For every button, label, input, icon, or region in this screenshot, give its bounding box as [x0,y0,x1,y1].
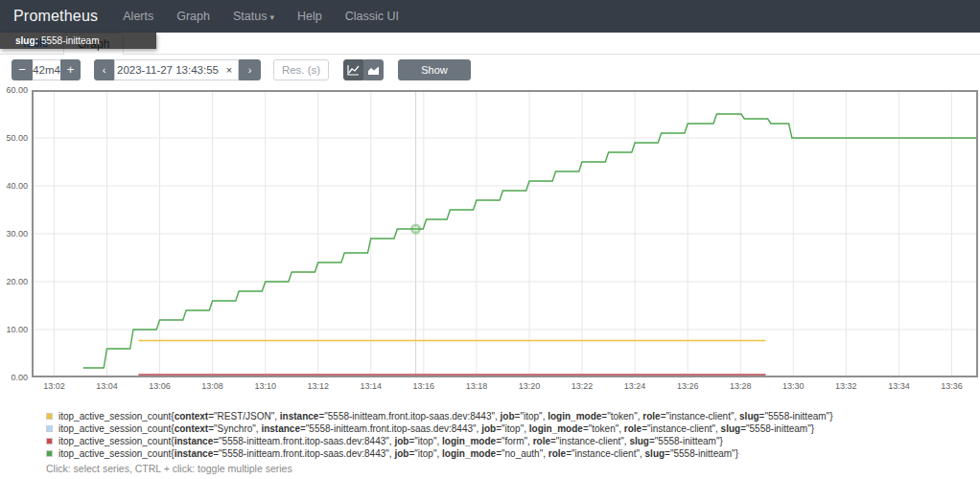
x-tick-label: 13:04 [87,381,126,391]
x-tick-label: 13:24 [616,381,654,391]
y-tick-label: 50.00 [0,133,28,143]
y-tick-label: 10.00 [0,325,28,334]
x-tick-label: 13:18 [457,381,496,391]
nav-item-help[interactable]: Help [297,10,322,23]
x-tick-label: 13:14 [352,381,390,391]
timeseries-chart [32,90,978,377]
nav-item-alerts[interactable]: Alerts [123,10,153,23]
nav-item-graph[interactable]: Graph [176,10,210,23]
y-tick-label: 40.00 [0,181,28,191]
nav-item-classic-ui[interactable]: Classic UI [345,10,399,23]
line-chart-icon [347,62,360,77]
x-tick-label: 13:32 [827,381,865,391]
series-label-text: itop_active_session_count{instance="5558… [58,448,738,459]
x-tick-label: 13:20 [510,381,548,391]
series-label-text: itop_active_session_count{context="REST/… [58,411,832,422]
time-forward-button[interactable]: › [239,59,261,80]
slug-tooltip: slug:5558-initteam [0,33,156,49]
series-color-swatch [46,413,53,420]
nav-item-status[interactable]: Status▾ [233,10,274,23]
x-tick-label: 13:06 [141,381,179,391]
y-tick-label: 0.00 [0,373,28,382]
stacked-chart-toggle-button[interactable] [363,59,384,80]
series-color-swatch [46,450,53,457]
x-tick-label: 13:22 [563,381,601,391]
legend-item[interactable]: itop_active_session_count{context="Synch… [46,422,832,435]
navbar: Prometheus Alerts Graph Status▾ Help Cla… [0,0,980,33]
x-tick-label: 13:10 [246,381,285,391]
end-time-input[interactable] [114,59,239,80]
legend: itop_active_session_count{context="REST/… [46,410,832,460]
time-back-button[interactable]: ‹ [94,59,114,80]
series-label-text: itop_active_session_count{instance="5558… [58,436,723,446]
y-tick-label: 20.00 [0,277,28,286]
clear-time-icon[interactable]: × [222,63,236,77]
x-tick-label: 13:36 [932,381,970,391]
duration-increase-button[interactable]: + [60,59,81,80]
show-exemplars-button[interactable]: Show Exemplars [398,59,471,80]
x-tick-label: 13:26 [668,381,707,391]
legend-item[interactable]: itop_active_session_count{context="REST/… [46,410,832,422]
brand-prometheus[interactable]: Prometheus [13,8,98,25]
x-tick-label: 13:34 [879,381,918,391]
x-tick-label: 13:12 [299,381,338,391]
duration-decrease-button[interactable]: − [12,59,33,80]
x-tick-label: 13:30 [774,381,812,391]
y-tick-label: 30.00 [0,229,28,239]
series-color-swatch [46,425,53,432]
series-label-text: itop_active_session_count{context="Synch… [58,423,814,434]
x-tick-label: 13:02 [35,381,73,391]
y-tick-label: 60.00 [0,85,28,95]
x-tick-label: 13:28 [721,381,759,391]
legend-item[interactable]: itop_active_session_count{instance="5558… [46,435,832,447]
line-chart-toggle-button[interactable] [343,59,363,80]
prometheus-screen: Prometheus Alerts Graph Status▾ Help Cla… [0,0,980,479]
series-color-swatch [46,438,53,445]
legend-item[interactable]: itop_active_session_count{instance="5558… [46,447,832,460]
legend-hint-text: Click: select series, CTRL + click: togg… [46,463,292,474]
slug-tooltip-key: slug: [15,35,38,46]
chevron-down-icon: ▾ [269,12,274,22]
slug-tooltip-value: 5558-initteam [41,35,100,46]
duration-input[interactable] [33,59,60,80]
x-tick-label: 13:08 [194,381,232,391]
resolution-input[interactable] [273,59,329,80]
graph-plot-area[interactable] [32,90,978,377]
stacked-chart-icon [367,62,380,77]
x-tick-label: 13:16 [405,381,443,391]
graph-toolbar: − + ‹ × › Show Exemplars [0,59,980,82]
